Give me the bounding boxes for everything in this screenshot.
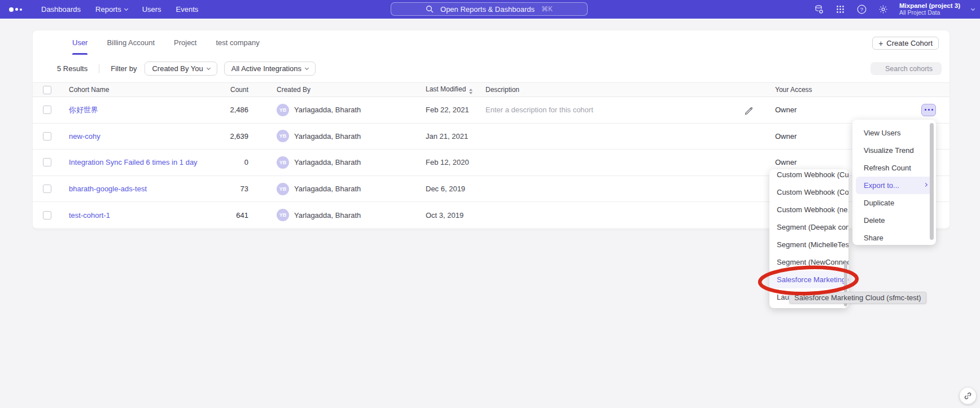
avatar: YB: [277, 104, 289, 116]
nav-item-dashboards[interactable]: Dashboards: [34, 0, 88, 19]
header-description[interactable]: Description: [485, 86, 744, 94]
header-last-modified[interactable]: Last Modified: [425, 85, 485, 94]
row-checkbox[interactable]: [43, 132, 51, 141]
chevron-down-icon: [305, 65, 309, 69]
nav-item-events[interactable]: Events: [169, 0, 206, 19]
search-icon: [426, 5, 434, 13]
chevron-down-icon: [207, 65, 211, 69]
nav-label: Events: [176, 5, 199, 14]
submenu-item-segment-newconnec[interactable]: Segment (NewConnec...: [769, 253, 848, 271]
export-submenu: Custom Webhook (Cu... Custom Webhook (Co…: [769, 169, 848, 308]
avatar: YB: [277, 156, 289, 169]
mixpanel-logo-icon[interactable]: [9, 7, 28, 12]
settings-gear-icon[interactable]: [878, 5, 888, 15]
nav-item-users[interactable]: Users: [135, 0, 169, 19]
tab-billing-account[interactable]: Billing Account: [107, 30, 155, 55]
cohort-name-link[interactable]: new-cohy: [69, 132, 100, 141]
link-icon: [964, 392, 972, 400]
cohort-count: 641: [226, 211, 248, 220]
submenu-item-custom-webhook-1[interactable]: Custom Webhook (Cu...: [769, 169, 848, 183]
menu-item-delete[interactable]: Delete: [852, 212, 936, 229]
cohort-name-link[interactable]: bharath-google-ads-test: [69, 185, 147, 193]
project-scope: All Project Data: [899, 10, 960, 16]
results-count: 5 Results: [57, 64, 88, 73]
last-modified-date: Feb 22, 2021: [426, 106, 469, 114]
cohort-tabs: User Billing Account Project test compan…: [33, 30, 950, 55]
row-checkbox[interactable]: [43, 211, 51, 220]
last-modified-date: Dec 6, 2019: [426, 185, 465, 193]
row-context-menu: View Users Visualize Trend Refresh Count…: [852, 120, 936, 245]
global-search-placeholder: Open Reports & Dashboards: [440, 5, 535, 14]
tab-user[interactable]: User: [72, 30, 88, 55]
menu-scrollbar[interactable]: [930, 123, 934, 240]
nav-item-reports[interactable]: Reports: [88, 0, 135, 19]
create-cohort-label: Create Cohort: [886, 39, 933, 47]
description-placeholder[interactable]: Enter a description for this cohort: [485, 106, 593, 114]
header-your-access[interactable]: Your Access: [775, 86, 918, 94]
tab-project[interactable]: Project: [174, 30, 196, 55]
cohort-count: 0: [226, 158, 248, 166]
submenu-item-segment-deepak[interactable]: Segment (Deepak con...: [769, 218, 848, 236]
avatar: YB: [277, 130, 289, 142]
header-created-by[interactable]: Created By: [248, 86, 425, 94]
share-link-button[interactable]: [960, 388, 976, 404]
top-nav: Dashboards Reports Users Events Open Rep…: [0, 0, 980, 19]
menu-item-share[interactable]: Share: [852, 229, 936, 247]
cohort-name-link[interactable]: test-cohort-1: [69, 211, 110, 220]
created-by-filter[interactable]: Created By You: [145, 62, 217, 76]
edit-pencil-icon[interactable]: [744, 106, 753, 115]
created-by-filter-label: Created By You: [152, 64, 203, 73]
cohort-name-link[interactable]: 你好世界: [69, 106, 98, 114]
chevron-down-icon: [124, 6, 128, 10]
keyboard-shortcut: ⌘K: [541, 5, 553, 13]
last-modified-date: Feb 12, 2020: [426, 158, 469, 166]
access-value: Owner: [775, 106, 918, 114]
avatar: YB: [277, 183, 289, 195]
table-row: 你好世界 2,486 YB Yarlagadda, Bharath Feb 22…: [33, 97, 950, 124]
chevron-down-icon[interactable]: [971, 6, 975, 10]
global-search-button[interactable]: Open Reports & Dashboards ⌘K: [391, 2, 588, 16]
plus-icon: +: [878, 40, 883, 47]
created-by-name: Yarlagadda, Bharath: [294, 158, 361, 166]
row-checkbox[interactable]: [43, 106, 51, 114]
apps-grid-icon[interactable]: [835, 5, 845, 15]
cohort-count: 2,639: [226, 132, 248, 141]
filter-by-label: Filter by: [111, 64, 137, 73]
menu-item-refresh-count[interactable]: Refresh Count: [852, 159, 936, 177]
nav-label: Reports: [95, 5, 121, 14]
submenu-item-custom-webhook-2[interactable]: Custom Webhook (Co...: [769, 183, 848, 201]
tab-test-company[interactable]: test company: [216, 30, 259, 55]
menu-item-visualize-trend[interactable]: Visualize Trend: [852, 142, 936, 159]
integrations-filter[interactable]: All Active Integrations: [224, 62, 316, 76]
table-row: new-cohy 2,639 YB Yarlagadda, Bharath Ja…: [33, 124, 950, 150]
row-checkbox[interactable]: [43, 158, 51, 166]
created-by-name: Yarlagadda, Bharath: [294, 132, 361, 141]
last-modified-date: Oct 3, 2019: [426, 211, 463, 220]
row-actions-button[interactable]: [921, 104, 936, 116]
salesforce-tooltip: Salesforce Marketing Cloud (sfmc-test): [789, 292, 926, 304]
menu-item-duplicate[interactable]: Duplicate: [852, 194, 936, 212]
submenu-item-segment-michelle[interactable]: Segment (MichelleTest): [769, 236, 848, 253]
avatar: YB: [277, 209, 289, 221]
help-icon[interactable]: ?: [856, 5, 867, 15]
submenu-item-custom-webhook-3[interactable]: Custom Webhook (ne...: [769, 201, 848, 218]
menu-item-view-users[interactable]: View Users: [852, 124, 936, 142]
nav-label: Users: [142, 5, 161, 14]
cohort-name-link[interactable]: Integration Sync Failed 6 times in 1 day: [69, 158, 198, 166]
create-cohort-button[interactable]: + Create Cohort: [872, 37, 939, 50]
submenu-item-salesforce-marketing-cloud[interactable]: Salesforce Marketing C...: [769, 271, 848, 288]
header-count[interactable]: Count: [226, 86, 248, 94]
menu-item-export-to[interactable]: Export to...: [856, 177, 933, 194]
created-by-name: Yarlagadda, Bharath: [294, 106, 361, 114]
chevron-right-icon: [924, 182, 928, 186]
project-switcher[interactable]: Mixpanel (project 3) All Project Data: [899, 2, 960, 16]
menu-item-label: Export to...: [864, 181, 899, 190]
table-header: Cohort Name Count Created By Last Modifi…: [33, 82, 950, 97]
row-checkbox[interactable]: [43, 185, 51, 193]
search-cohorts-input[interactable]: [870, 62, 942, 75]
select-all-checkbox[interactable]: [43, 86, 51, 94]
primary-nav: Dashboards Reports Users Events: [34, 0, 205, 19]
data-management-icon[interactable]: [813, 5, 824, 15]
sort-icon: [469, 89, 473, 94]
header-cohort-name[interactable]: Cohort Name: [59, 86, 226, 94]
